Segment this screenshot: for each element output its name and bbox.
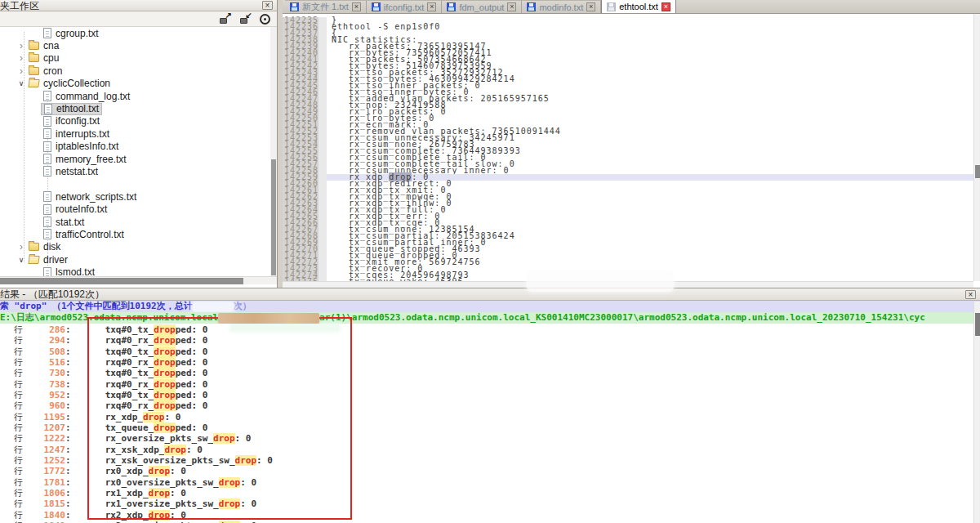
tree-vertical-scrollbar[interactable] [270,27,277,276]
result-row[interactable]: 行1815:rx1_oversize_pkts_sw_drop: 0 [0,498,973,509]
tree-item-netstat-txt[interactable]: netstat.txt [0,165,277,177]
search-match: drop [149,510,171,521]
tree-item-label: iptablesInfo.txt [56,141,118,152]
chevron-down-icon[interactable]: ∨ [16,256,26,264]
scrollbar-thumb[interactable] [0,278,243,284]
chevron-down-icon[interactable]: ∨ [16,79,26,87]
document-icon [44,104,52,114]
result-file-path[interactable]: E:\日志\armod0523.odata.ncmp.unicom.locala… [0,312,980,324]
search-match: drop [235,455,257,466]
fold-margin [318,207,327,213]
search-summary-line[interactable]: 搜索 "drop" （1个文件中匹配到10192次，总计次） [0,301,980,312]
result-row[interactable]: 行516:rxq#0_rx_dropped: 0 [0,357,973,368]
tree-item-command-log-txt[interactable]: command_log.txt [0,90,277,102]
scrollbar-thumb[interactable] [271,159,276,275]
result-row[interactable]: 行1195:rx_xdp_drop: 0 [0,412,973,422]
fold-margin [318,128,327,135]
tree-item-stat-txt[interactable]: stat.txt [0,216,277,228]
search-match: drop [164,445,186,455]
scrollbar-thumb[interactable] [975,313,980,336]
tab-modinfo-txt[interactable]: modinfo.txt× [522,0,601,13]
tab-close-icon[interactable]: × [662,2,670,11]
tab--1-txt[interactable]: 新文件 1.txt× [285,0,367,13]
tab-close-icon[interactable]: × [427,2,436,11]
editor-vertical-scrollbar[interactable] [973,14,980,281]
chevron-right-icon[interactable]: › [16,243,26,251]
tab-fdm-output[interactable]: fdm_output× [442,0,522,13]
tree-item-ifconfig-txt[interactable]: ifconfig.txt [0,115,277,127]
tree-item-cpu[interactable]: ›cpu [0,52,277,65]
search-match: drop [149,488,171,498]
result-row[interactable]: 行286:txq#0_tx_dropped: 0 [0,324,973,335]
tree-item-cna[interactable]: ›cna [0,39,277,51]
tree-item-interrupts-txt[interactable]: interrupts.txt [0,127,277,140]
fold-margin [318,200,327,207]
tab-close-icon[interactable]: × [586,2,595,11]
tree-item-lsmod-txt[interactable]: lsmod.txt [0,266,277,276]
tree-item-label: network_scripts.txt [56,191,136,203]
result-row[interactable]: 行1207:tx_queue_dropped: 0 [0,422,973,433]
workspace-close-icon[interactable]: × [262,1,273,10]
result-row[interactable]: 行730:txq#0_tx_dropped: 0 [0,368,973,378]
fold-margin [318,187,327,194]
results-vertical-scrollbar[interactable] [973,302,980,523]
fold-margin [318,174,327,181]
tab-ethtool-txt[interactable]: ethtool.txt× [601,0,676,13]
tree-item-trafficcontrol-txt[interactable]: trafficControl.txt [0,228,277,240]
fold-margin [318,161,327,168]
colon: : [65,390,71,400]
editor-code[interactable]: 142235}142236ethtool -S enp1s0f0142237{1… [283,14,973,281]
result-row[interactable]: 行952:txq#0_tx_dropped: 0 [0,390,973,400]
document-icon [43,116,51,127]
colon: : [65,433,71,444]
fold-margin [318,56,327,63]
editor-line[interactable]: 142236ethtool -S enp1s0f0 [283,24,973,30]
colon: : [65,422,71,433]
locate-file-icon[interactable] [260,14,270,25]
tab-close-icon[interactable]: × [352,2,361,11]
fold-margin [318,168,327,174]
editor-area: 新文件 1.txt×ifconfig.txt×fdm_output×modinf… [283,0,980,288]
chevron-right-icon[interactable]: › [16,67,26,75]
tree-item-label: routeInfo.txt [56,203,107,215]
result-row[interactable]: 行1252:rx_xsk_oversize_pkts_sw_drop: 0 [0,455,973,466]
tree-item-ethtool-txt[interactable]: ethtool.txt [0,102,277,114]
tree-item-cgroup-txt[interactable]: cgroup.txt [0,27,277,39]
result-row[interactable]: 行1840:rx2_xdp_drop: 0 [0,510,973,521]
results-close-icon[interactable]: × [965,290,976,299]
tree-item-network-scripts-txt[interactable]: network_scripts.txt [0,190,277,203]
floppy-save-icon [607,2,616,11]
tree-item-driver[interactable]: ∨driver [0,253,277,266]
tab-label: ifconfig.txt [384,2,425,12]
tree-item-routeinfo-txt[interactable]: routeInfo.txt [0,203,277,215]
colon: : [65,412,71,422]
result-row[interactable]: 行1222:rx_oversize_pkts_sw_drop: 0 [0,433,973,444]
result-row[interactable]: 行1806:rx1_xdp_drop: 0 [0,488,973,498]
result-row[interactable]: 行1772:rx0_xdp_drop: 0 [0,466,973,476]
tree-item-iptablesinfo-txt[interactable]: iptablesInfo.txt [0,141,277,153]
expand-all-icon[interactable]: ↗ [219,13,232,25]
result-row[interactable]: 行294:rxq#0_rx_dropped: 0 [0,335,973,346]
result-row[interactable]: 行738:rxq#0_rx_dropped: 0 [0,379,973,390]
result-row[interactable]: 行508:txq#0_tx_dropped: 0 [0,346,973,357]
row-label: 行 [14,368,25,378]
result-row[interactable]: 行1781:rx0_oversize_pkts_sw_drop: 0 [0,477,973,488]
result-text: rxq#0_rx_dropped: 0 [105,379,208,390]
tree-horizontal-scrollbar[interactable] [0,276,277,284]
scrollbar-thumb[interactable] [975,165,980,178]
tree-item-memory-free-txt[interactable]: memory_free.txt [0,153,277,165]
row-label: 行 [14,445,25,455]
document-icon [43,166,51,177]
fold-margin [318,76,327,83]
tree-item-cycliccollection[interactable]: ∨cyclicCollection [0,78,277,90]
chevron-right-icon[interactable]: › [16,42,26,50]
tree-item-cron[interactable]: ›cron [0,65,277,77]
result-row[interactable]: 行960:rxq#0_rx_dropped: 0 [0,400,973,411]
colon: : [65,466,71,476]
tab-ifconfig-txt[interactable]: ifconfig.txt× [367,0,443,13]
collapse-all-icon[interactable]: ↙ [239,13,252,25]
tab-close-icon[interactable]: × [507,2,516,11]
tree-item-disk[interactable]: ›disk [0,241,277,253]
chevron-right-icon[interactable]: › [16,54,26,62]
result-row[interactable]: 行1247:rx_xsk_xdp_drop: 0 [0,445,973,455]
